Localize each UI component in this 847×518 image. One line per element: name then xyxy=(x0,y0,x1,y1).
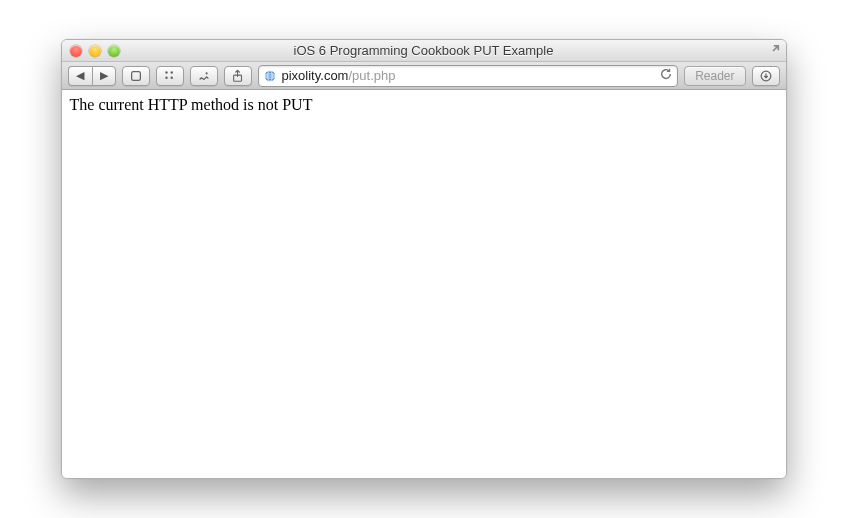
back-button[interactable]: ◀ xyxy=(68,66,92,86)
browser-window: iOS 6 Programming Cookbook PUT Example ◀… xyxy=(61,39,787,479)
url-path: /put.php xyxy=(348,68,395,83)
svg-point-2 xyxy=(170,71,172,73)
svg-rect-0 xyxy=(131,71,140,80)
window-title: iOS 6 Programming Cookbook PUT Example xyxy=(62,43,786,58)
zoom-icon[interactable] xyxy=(108,45,120,57)
omnibox-button[interactable] xyxy=(122,66,150,86)
toolbar: ◀ ▶ pixolity.com/put.php Reade xyxy=(62,62,786,90)
window-controls xyxy=(70,45,120,57)
fullscreen-icon[interactable] xyxy=(766,44,780,58)
reload-icon[interactable] xyxy=(659,67,673,84)
close-icon[interactable] xyxy=(70,45,82,57)
minimize-icon[interactable] xyxy=(89,45,101,57)
reader-button[interactable]: Reader xyxy=(684,66,745,86)
forward-button[interactable]: ▶ xyxy=(92,66,116,86)
share-button[interactable] xyxy=(224,66,252,86)
titlebar: iOS 6 Programming Cookbook PUT Example xyxy=(62,40,786,62)
bookmarks-button[interactable] xyxy=(190,66,218,86)
svg-point-1 xyxy=(165,71,167,73)
nav-buttons: ◀ ▶ xyxy=(68,66,116,86)
url-text: pixolity.com/put.php xyxy=(282,68,655,83)
address-bar[interactable]: pixolity.com/put.php xyxy=(258,65,679,87)
page-body-text: The current HTTP method is not PUT xyxy=(70,96,313,113)
url-domain: pixolity.com xyxy=(282,68,349,83)
reader-label: Reader xyxy=(695,69,734,83)
svg-point-4 xyxy=(170,76,172,78)
downloads-button[interactable] xyxy=(752,66,780,86)
top-sites-button[interactable] xyxy=(156,66,184,86)
svg-point-5 xyxy=(205,72,207,74)
globe-icon xyxy=(263,69,277,83)
page-content: The current HTTP method is not PUT xyxy=(62,90,786,478)
svg-point-3 xyxy=(165,76,167,78)
